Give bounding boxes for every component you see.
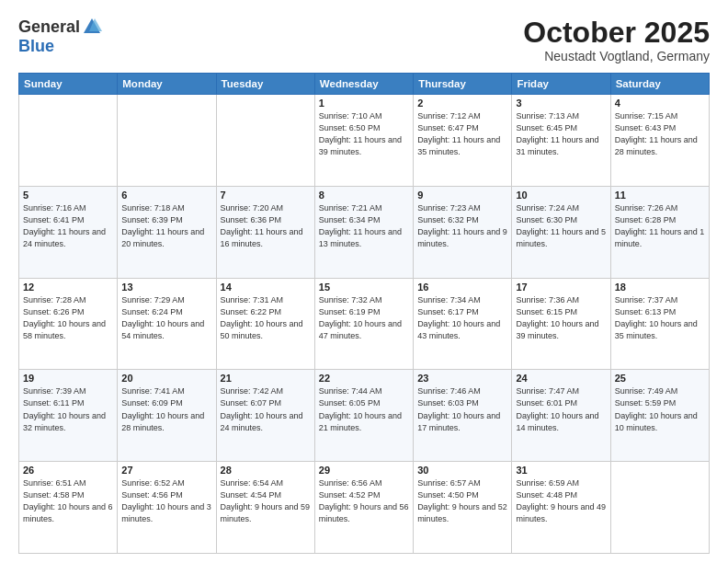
weekday-header-tuesday: Tuesday: [216, 74, 314, 95]
day-number: 27: [121, 465, 211, 476]
weekday-header-friday: Friday: [512, 74, 610, 95]
day-info: Sunrise: 7:29 AMSunset: 6:24 PMDaylight:…: [121, 294, 211, 342]
day-info: Sunrise: 7:28 AMSunset: 6:26 PMDaylight:…: [23, 294, 113, 342]
header: General Blue October 2025 Neustadt Vogtl…: [18, 17, 710, 63]
calendar-week-4: 19Sunrise: 7:39 AMSunset: 6:11 PMDayligh…: [19, 370, 710, 462]
day-number: 15: [319, 282, 409, 293]
calendar-cell: 14Sunrise: 7:31 AMSunset: 6:22 PMDayligh…: [216, 278, 314, 370]
calendar-cell: [216, 95, 314, 187]
day-info: Sunrise: 7:36 AMSunset: 6:15 PMDaylight:…: [516, 294, 606, 342]
logo-icon: [82, 17, 102, 37]
calendar-cell: 29Sunrise: 6:56 AMSunset: 4:52 PMDayligh…: [314, 462, 413, 554]
day-number: 31: [516, 465, 606, 476]
calendar-cell: 18Sunrise: 7:37 AMSunset: 6:13 PMDayligh…: [610, 278, 709, 370]
day-info: Sunrise: 7:39 AMSunset: 6:11 PMDaylight:…: [23, 385, 113, 433]
weekday-header-row: SundayMondayTuesdayWednesdayThursdayFrid…: [19, 74, 710, 95]
calendar-cell: 16Sunrise: 7:34 AMSunset: 6:17 PMDayligh…: [414, 278, 512, 370]
calendar-cell: 11Sunrise: 7:26 AMSunset: 6:28 PMDayligh…: [610, 186, 709, 278]
day-info: Sunrise: 7:32 AMSunset: 6:19 PMDaylight:…: [319, 294, 409, 342]
day-number: 8: [319, 190, 409, 201]
day-number: 20: [121, 373, 211, 384]
day-number: 10: [516, 190, 606, 201]
day-info: Sunrise: 7:24 AMSunset: 6:30 PMDaylight:…: [516, 202, 606, 250]
weekday-header-monday: Monday: [118, 74, 216, 95]
day-number: 18: [615, 282, 705, 293]
calendar-cell: 10Sunrise: 7:24 AMSunset: 6:30 PMDayligh…: [512, 186, 610, 278]
calendar-cell: 15Sunrise: 7:32 AMSunset: 6:19 PMDayligh…: [314, 278, 413, 370]
day-number: 3: [516, 98, 606, 109]
day-info: Sunrise: 7:26 AMSunset: 6:28 PMDaylight:…: [615, 202, 705, 250]
day-number: 19: [23, 373, 113, 384]
calendar-week-2: 5Sunrise: 7:16 AMSunset: 6:41 PMDaylight…: [19, 186, 710, 278]
day-info: Sunrise: 6:56 AMSunset: 4:52 PMDaylight:…: [319, 477, 409, 525]
calendar-cell: 17Sunrise: 7:36 AMSunset: 6:15 PMDayligh…: [512, 278, 610, 370]
day-number: 2: [417, 98, 507, 109]
calendar-cell: 28Sunrise: 6:54 AMSunset: 4:54 PMDayligh…: [216, 462, 314, 554]
day-number: 13: [121, 282, 211, 293]
calendar-cell: [610, 462, 709, 554]
day-number: 1: [319, 98, 409, 109]
calendar-cell: 8Sunrise: 7:21 AMSunset: 6:34 PMDaylight…: [314, 186, 413, 278]
calendar-cell: 6Sunrise: 7:18 AMSunset: 6:39 PMDaylight…: [118, 186, 216, 278]
day-info: Sunrise: 6:59 AMSunset: 4:48 PMDaylight:…: [516, 477, 606, 525]
day-number: 26: [23, 465, 113, 476]
day-number: 14: [221, 282, 311, 293]
calendar-week-3: 12Sunrise: 7:28 AMSunset: 6:26 PMDayligh…: [19, 278, 710, 370]
day-number: 22: [319, 373, 409, 384]
weekday-header-saturday: Saturday: [610, 74, 709, 95]
calendar-cell: 20Sunrise: 7:41 AMSunset: 6:09 PMDayligh…: [118, 370, 216, 462]
month-title: October 2025: [523, 17, 710, 49]
page: General Blue October 2025 Neustadt Vogtl…: [0, 0, 728, 563]
day-info: Sunrise: 6:51 AMSunset: 4:58 PMDaylight:…: [23, 477, 113, 525]
weekday-header-wednesday: Wednesday: [314, 74, 413, 95]
day-info: Sunrise: 7:23 AMSunset: 6:32 PMDaylight:…: [417, 202, 507, 250]
day-info: Sunrise: 7:31 AMSunset: 6:22 PMDaylight:…: [221, 294, 311, 342]
calendar-week-5: 26Sunrise: 6:51 AMSunset: 4:58 PMDayligh…: [19, 462, 710, 554]
day-number: 11: [615, 190, 705, 201]
logo-blue: Blue: [18, 37, 54, 55]
day-info: Sunrise: 6:54 AMSunset: 4:54 PMDaylight:…: [221, 477, 311, 525]
calendar-cell: 30Sunrise: 6:57 AMSunset: 4:50 PMDayligh…: [414, 462, 512, 554]
logo: General Blue: [18, 17, 102, 56]
day-number: 16: [417, 282, 507, 293]
calendar-cell: [118, 95, 216, 187]
day-number: 30: [417, 465, 507, 476]
day-number: 23: [417, 373, 507, 384]
calendar-cell: 7Sunrise: 7:20 AMSunset: 6:36 PMDaylight…: [216, 186, 314, 278]
day-number: 12: [23, 282, 113, 293]
calendar-cell: 19Sunrise: 7:39 AMSunset: 6:11 PMDayligh…: [19, 370, 118, 462]
day-info: Sunrise: 7:41 AMSunset: 6:09 PMDaylight:…: [121, 385, 211, 433]
calendar-cell: 22Sunrise: 7:44 AMSunset: 6:05 PMDayligh…: [314, 370, 413, 462]
calendar-cell: 26Sunrise: 6:51 AMSunset: 4:58 PMDayligh…: [19, 462, 118, 554]
day-number: 7: [221, 190, 311, 201]
day-info: Sunrise: 7:42 AMSunset: 6:07 PMDaylight:…: [221, 385, 311, 433]
day-number: 29: [319, 465, 409, 476]
calendar-cell: 27Sunrise: 6:52 AMSunset: 4:56 PMDayligh…: [118, 462, 216, 554]
calendar-cell: 25Sunrise: 7:49 AMSunset: 5:59 PMDayligh…: [610, 370, 709, 462]
weekday-header-sunday: Sunday: [19, 74, 118, 95]
day-info: Sunrise: 7:44 AMSunset: 6:05 PMDaylight:…: [319, 385, 409, 433]
day-number: 25: [615, 373, 705, 384]
calendar-cell: 31Sunrise: 6:59 AMSunset: 4:48 PMDayligh…: [512, 462, 610, 554]
day-info: Sunrise: 7:47 AMSunset: 6:01 PMDaylight:…: [516, 385, 606, 433]
day-info: Sunrise: 7:46 AMSunset: 6:03 PMDaylight:…: [417, 385, 507, 433]
day-number: 9: [417, 190, 507, 201]
calendar-cell: 1Sunrise: 7:10 AMSunset: 6:50 PMDaylight…: [314, 95, 413, 187]
day-info: Sunrise: 7:13 AMSunset: 6:45 PMDaylight:…: [516, 110, 606, 158]
day-info: Sunrise: 7:15 AMSunset: 6:43 PMDaylight:…: [615, 110, 705, 158]
day-number: 4: [615, 98, 705, 109]
day-info: Sunrise: 7:16 AMSunset: 6:41 PMDaylight:…: [23, 202, 113, 250]
calendar-cell: 13Sunrise: 7:29 AMSunset: 6:24 PMDayligh…: [118, 278, 216, 370]
calendar-cell: 4Sunrise: 7:15 AMSunset: 6:43 PMDaylight…: [610, 95, 709, 187]
day-info: Sunrise: 7:12 AMSunset: 6:47 PMDaylight:…: [417, 110, 507, 158]
location: Neustadt Vogtland, Germany: [523, 49, 710, 63]
calendar-cell: 2Sunrise: 7:12 AMSunset: 6:47 PMDaylight…: [414, 95, 512, 187]
calendar-cell: [19, 95, 118, 187]
day-info: Sunrise: 6:57 AMSunset: 4:50 PMDaylight:…: [417, 477, 507, 525]
day-info: Sunrise: 7:20 AMSunset: 6:36 PMDaylight:…: [221, 202, 311, 250]
calendar-cell: 21Sunrise: 7:42 AMSunset: 6:07 PMDayligh…: [216, 370, 314, 462]
weekday-header-thursday: Thursday: [414, 74, 512, 95]
day-number: 28: [221, 465, 311, 476]
day-number: 24: [516, 373, 606, 384]
calendar-cell: 9Sunrise: 7:23 AMSunset: 6:32 PMDaylight…: [414, 186, 512, 278]
